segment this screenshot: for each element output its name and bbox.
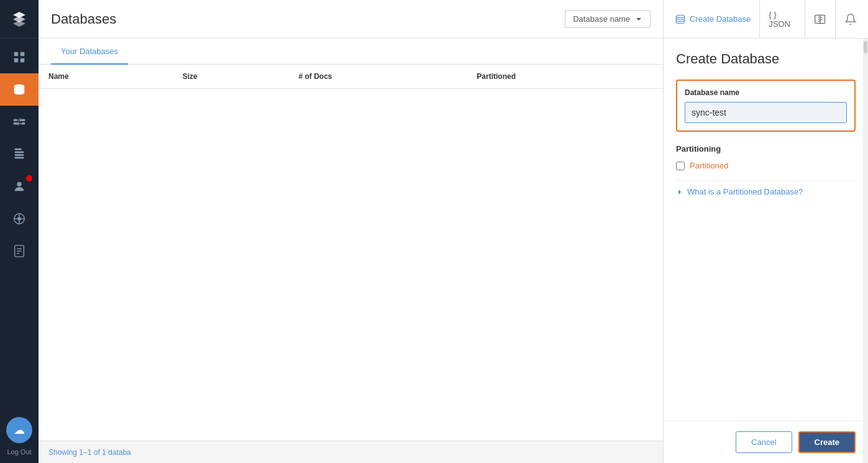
sidebar-item-docs[interactable] [0, 235, 39, 267]
database-name-field-group: Database name [676, 80, 856, 132]
json-tab-label: { } JSON [769, 10, 796, 29]
col-docs: # of Docs [288, 65, 467, 89]
sidebar-nav [0, 39, 39, 417]
svg-rect-3 [21, 58, 24, 62]
panel-content: Create Database Database name Partitioni… [664, 39, 868, 421]
partitioned-info-expand[interactable]: What is a Partitioned Database? [676, 180, 856, 199]
topbar: Databases Database name [39, 0, 663, 39]
avatar[interactable]: ☁ [6, 417, 32, 443]
svg-rect-1 [21, 52, 24, 56]
expandable-label: What is a Partitioned Database? [687, 187, 803, 196]
table-area: Name Size # of Docs Partitioned [39, 65, 663, 441]
database-name-dropdown[interactable]: Database name [565, 10, 651, 28]
sidebar-bottom: ☁ Log Out [6, 417, 32, 463]
logout-button[interactable]: Log Out [7, 446, 31, 458]
col-name: Name [39, 65, 173, 89]
db-name-input[interactable] [685, 102, 847, 123]
scrollbar[interactable] [863, 39, 868, 463]
svg-rect-13 [15, 154, 24, 156]
sidebar-logo[interactable] [0, 0, 39, 39]
svg-rect-14 [15, 157, 24, 159]
panel-tab-json[interactable]: { } JSON [760, 0, 805, 38]
create-button[interactable]: Create [798, 431, 856, 453]
tab-your-databases[interactable]: Your Databases [51, 39, 128, 65]
svg-point-15 [17, 182, 21, 186]
panel-tab-book[interactable] [805, 0, 836, 38]
partitioned-checkbox-row: Partitioned [676, 161, 856, 170]
notification-badge [26, 175, 32, 181]
panel-title: Create Database [676, 51, 856, 67]
svg-rect-11 [15, 149, 22, 150]
page-title: Databases [51, 11, 116, 27]
partitioned-checkbox-label[interactable]: Partitioned [690, 161, 728, 170]
panel-footer: Cancel Create [664, 421, 868, 463]
panel-tab-bell[interactable] [836, 0, 866, 38]
partitioning-label: Partitioning [676, 144, 856, 154]
status-text: Showing 1–1 of 1 databa [48, 448, 131, 457]
panel-toolbar: Create Database { } JSON [664, 0, 868, 39]
sidebar: ☁ Log Out [0, 0, 39, 463]
topbar-right: Database name [565, 10, 651, 28]
sidebar-item-users[interactable] [0, 170, 39, 203]
db-name-label: Database name [685, 88, 847, 97]
tab-area: Your Databases [39, 39, 663, 65]
create-database-tab-label: Create Database [690, 14, 751, 24]
cancel-button[interactable]: Cancel [736, 431, 792, 453]
tabs: Your Databases [51, 39, 651, 64]
partitioned-checkbox[interactable] [676, 162, 685, 170]
main-content: Databases Database name Your Databases N… [39, 0, 663, 463]
status-bar: Showing 1–1 of 1 databa [39, 441, 663, 463]
sidebar-item-documents[interactable] [0, 138, 39, 170]
databases-table: Name Size # of Docs Partitioned [39, 65, 663, 89]
sidebar-item-databases[interactable] [0, 73, 39, 106]
content-body: Name Size # of Docs Partitioned Showing … [39, 65, 663, 463]
svg-rect-12 [15, 151, 24, 153]
scrollbar-thumb [864, 41, 867, 53]
col-size: Size [173, 65, 289, 89]
sidebar-item-dashboard[interactable] [0, 41, 39, 73]
sidebar-item-support[interactable] [0, 203, 39, 235]
sidebar-item-replication[interactable] [0, 106, 39, 138]
svg-rect-8 [22, 122, 25, 125]
svg-point-17 [17, 217, 21, 221]
svg-rect-2 [14, 58, 18, 62]
svg-rect-0 [14, 52, 18, 56]
dropdown-label: Database name [573, 14, 630, 24]
svg-rect-5 [14, 119, 17, 121]
panel-tab-create-database[interactable]: Create Database [666, 0, 760, 38]
right-panel: Create Database { } JSON Cr [663, 0, 868, 463]
svg-point-26 [676, 15, 685, 18]
partitioning-section: Partitioning Partitioned What is a Parti… [676, 144, 856, 199]
col-partitioned: Partitioned [467, 65, 663, 89]
